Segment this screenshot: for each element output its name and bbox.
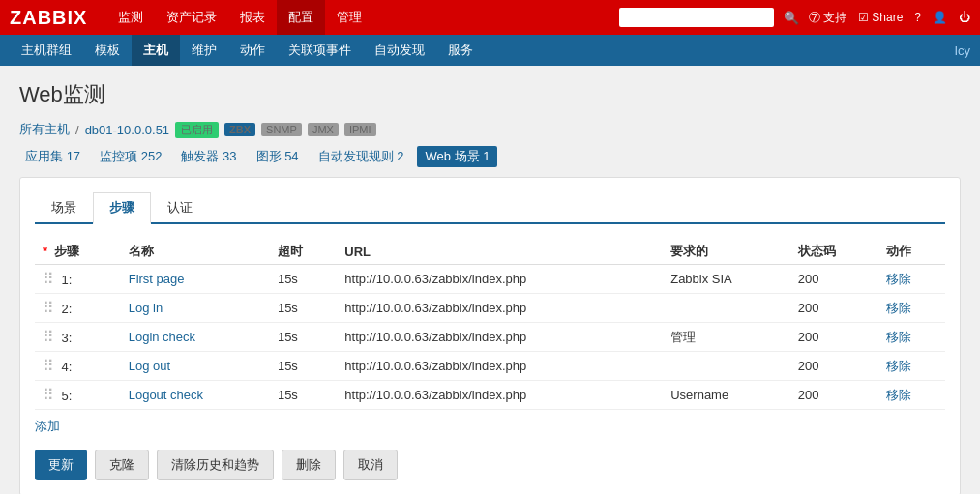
tab-auth[interactable]: 认证 [151,192,209,224]
search-icon[interactable]: 🔍 [784,11,799,25]
second-navigation: 主机群组 模板 主机 维护 动作 关联项事件 自动发现 服务 Icy [0,35,980,66]
remove-step-link[interactable]: 移除 [886,272,911,286]
top-navigation: ZABBIX 监测 资产记录 报表 配置 管理 🔍 ⑦ 支持 ☑ Share ?… [0,0,980,35]
share-link[interactable]: ☑ Share [858,11,903,24]
nav-actions[interactable]: 动作 [228,35,277,66]
top-nav-right-icons: ⑦ 支持 ☑ Share ? 👤 ⏻ [809,10,970,26]
cell-statuscode: 200 [790,381,878,410]
nav-config[interactable]: 配置 [277,0,325,35]
subtab-discovery[interactable]: 自动发现规则 2 [312,146,410,167]
remove-step-link[interactable]: 移除 [886,388,911,402]
subtab-appsets[interactable]: 应用集 17 [19,146,86,167]
remove-step-link[interactable]: 移除 [886,301,911,315]
logout-icon[interactable]: ⏻ [959,11,970,24]
cell-timeout: 15s [270,381,337,410]
search-input[interactable] [619,8,774,27]
cell-timeout: 15s [270,265,337,294]
col-timeout: 超时 [270,239,337,265]
cell-required: Username [663,381,790,410]
clear-history-button[interactable]: 清除历史和趋势 [157,450,274,480]
subtab-graphs[interactable]: 图形 54 [251,146,305,167]
tab-scenario[interactable]: 场景 [35,192,93,224]
col-statuscode: 状态码 [790,239,878,265]
user-icon[interactable]: 👤 [933,11,947,24]
update-button[interactable]: 更新 [35,450,87,480]
page-content: Web监测 所有主机 / db01-10.0.0.51 已启用 ZBX SNMP… [0,66,980,494]
host-link[interactable]: db01-10.0.0.51 [85,123,169,137]
cell-action: 移除 [878,265,945,294]
cell-name: Log in [121,294,270,323]
subtab-triggers[interactable]: 触发器 33 [175,146,242,167]
cell-url: http://10.0.0.63/zabbix/index.php [337,352,663,381]
help-icon[interactable]: ? [914,11,921,24]
nav-events[interactable]: 关联项事件 [277,35,363,66]
table-row: ⠿ 5: Logout check 15s http://10.0.0.63/z… [35,381,945,410]
cell-url: http://10.0.0.63/zabbix/index.php [337,381,663,410]
cell-timeout: 15s [270,323,337,352]
table-row: ⠿ 1: First page 15s http://10.0.0.63/zab… [35,265,945,294]
nav-services[interactable]: 服务 [436,35,485,66]
all-hosts-link[interactable]: 所有主机 [19,121,70,138]
step-name-link[interactable]: Logout check [129,388,203,402]
top-nav-right: 🔍 ⑦ 支持 ☑ Share ? 👤 ⏻ [619,8,970,27]
nav-reports[interactable]: 报表 [228,0,277,35]
cell-name: First page [121,265,270,294]
top-nav-links: 监测 资产记录 报表 配置 管理 [106,0,373,35]
badge-jmx: JMX [308,123,339,136]
drag-handle[interactable]: ⠿ [43,387,58,403]
badge-ipmi: IPMI [344,123,376,136]
cell-num: ⠿ 1: [35,265,121,294]
support-link[interactable]: ⑦ 支持 [809,10,846,26]
remove-step-link[interactable]: 移除 [886,330,911,344]
cell-required [663,352,790,381]
cell-num: ⠿ 3: [35,323,121,352]
host-status-badge: 已启用 [175,122,219,138]
nav-maintenance[interactable]: 维护 [180,35,228,66]
step-name-link[interactable]: Log out [129,359,170,373]
cell-name: Login check [121,323,270,352]
remove-step-link[interactable]: 移除 [886,359,911,373]
nav-templates[interactable]: 模板 [83,35,132,66]
cell-statuscode: 200 [790,323,878,352]
cell-action: 移除 [878,323,945,352]
drag-handle[interactable]: ⠿ [43,271,58,287]
logo: ZABBIX [10,7,87,29]
step-name-link[interactable]: First page [129,272,185,286]
cell-name: Logout check [121,381,270,410]
nav-hosts[interactable]: 主机 [132,35,180,66]
drag-handle[interactable]: ⠿ [43,300,58,316]
drag-handle[interactable]: ⠿ [43,329,58,345]
tab-steps[interactable]: 步骤 [93,192,151,224]
nav-discovery[interactable]: 自动发现 [363,35,436,66]
clone-button[interactable]: 克隆 [95,450,149,480]
nav-hostgroups[interactable]: 主机群组 [10,35,83,66]
cell-action: 移除 [878,352,945,381]
drag-handle[interactable]: ⠿ [43,358,58,374]
table-row: ⠿ 3: Login check 15s http://10.0.0.63/za… [35,323,945,352]
subtab-monitors[interactable]: 监控项 252 [94,146,167,167]
step-name-link[interactable]: Login check [129,330,195,344]
cell-num: ⠿ 5: [35,381,121,410]
cell-statuscode: 200 [790,265,878,294]
card-tabs: 场景 步骤 认证 [35,192,945,224]
cell-timeout: 15s [270,352,337,381]
steps-table: * 步骤 名称 超时 URL 要求的 状态码 动作 ⠿ 1: First pag… [35,239,945,410]
cell-action: 移除 [878,381,945,410]
cancel-button[interactable]: 取消 [343,450,398,480]
cell-url: http://10.0.0.63/zabbix/index.php [337,294,663,323]
badge-zbx: ZBX [224,123,255,136]
main-card: 场景 步骤 认证 * 步骤 名称 超时 URL 要求的 状态码 动作 [19,177,961,494]
cell-required [663,294,790,323]
cell-url: http://10.0.0.63/zabbix/index.php [337,265,663,294]
subtab-webscenarios[interactable]: Web 场景 1 [417,146,497,167]
badge-snmp: SNMP [261,123,302,136]
delete-button[interactable]: 删除 [282,450,336,480]
nav-assets[interactable]: 资产记录 [155,0,228,35]
breadcrumb-separator: / [75,123,79,137]
required-star: * [43,244,47,258]
cell-num: ⠿ 4: [35,352,121,381]
add-step-link[interactable]: 添加 [35,419,60,433]
nav-admin[interactable]: 管理 [325,0,373,35]
step-name-link[interactable]: Log in [129,301,163,315]
nav-monitor[interactable]: 监测 [106,0,155,35]
